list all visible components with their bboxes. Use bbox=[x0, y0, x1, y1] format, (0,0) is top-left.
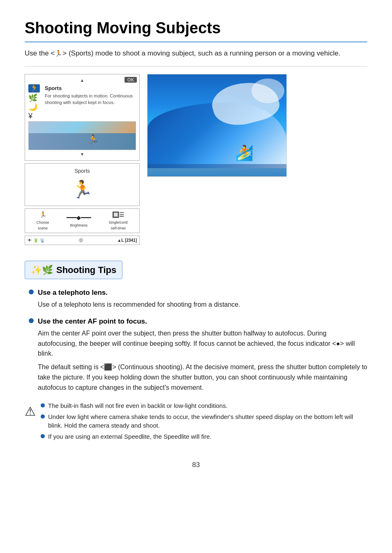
surfer-figure: 🏄 bbox=[235, 142, 254, 164]
menu-selected-label: Sports bbox=[45, 84, 136, 93]
bullet-circle-1 bbox=[29, 289, 34, 294]
drive-mode-icon: 🔲☰ bbox=[112, 211, 125, 219]
bullet-circle-2 bbox=[29, 318, 34, 323]
wifi-icon: 📡 bbox=[40, 237, 45, 243]
status-bar-right: ▲L [2341] bbox=[117, 237, 137, 243]
settings-drive-mode: 🔲☰ Single/cont/self-timer bbox=[108, 211, 128, 231]
tip-bullet-telephoto: Use a telephoto lens. bbox=[29, 287, 367, 298]
tip-bullet-af: Use the center AF point to focus. bbox=[29, 316, 367, 327]
menu-text: Sports For shooting subjects in motion. … bbox=[45, 84, 136, 106]
tip-heading-telephoto: Use a telephoto lens. bbox=[38, 287, 108, 298]
battery-icon: 🔋 bbox=[33, 237, 38, 243]
tip-item-af: Use the center AF point to focus. Aim th… bbox=[25, 316, 367, 393]
menu-icon-column: 🏃 🌿 🌙 ¥ bbox=[28, 84, 40, 120]
arrow-down-icon: ▼ bbox=[80, 152, 85, 157]
menu-selected-desc: For shooting subjects in motion. Continu… bbox=[45, 93, 136, 106]
tips-section-title: Shooting Tips bbox=[56, 263, 116, 277]
info-zero: ⓪ bbox=[79, 237, 83, 243]
intro-text: Use the <🏃> (Sports) mode to shoot a mov… bbox=[25, 48, 367, 67]
settings-choose-scene: 🏃 Choosescene bbox=[36, 211, 49, 231]
choose-scene-icon: 🏃 bbox=[39, 211, 46, 219]
menu-panel: ▲ 🏃 🌿 🌙 ¥ Sports For shooting subjects i… bbox=[25, 74, 140, 161]
choose-scene-label: Choosescene bbox=[36, 220, 49, 231]
sports-mode-panel: Sports 🏃 bbox=[25, 163, 140, 206]
note-warning-icon: ⚠ bbox=[25, 402, 36, 421]
camera-ui-row: ▲ 🏃 🌿 🌙 ¥ Sports For shooting subjects i… bbox=[25, 74, 367, 245]
settings-bar: 🏃 Choosescene ━━━◆━━━ Brightness 🔲☰ Sing… bbox=[25, 208, 140, 233]
note-text-3: If you are using an external Speedlite, … bbox=[48, 432, 212, 441]
brightness-label: Brightness bbox=[70, 223, 88, 229]
tip-heading-af: Use the center AF point to focus. bbox=[38, 316, 147, 327]
tip-body-af-2: The default setting is <⬛> (Continuous s… bbox=[38, 362, 367, 393]
camera-ui-left: ▲ 🏃 🌿 🌙 ¥ Sports For shooting subjects i… bbox=[25, 74, 140, 245]
brightness-icon: ━━━◆━━━ bbox=[67, 213, 91, 222]
note-bullet-2 bbox=[41, 414, 45, 419]
arrow-up-icon: ▲ bbox=[80, 78, 85, 83]
sports-mode-icon: 🏃 bbox=[55, 50, 62, 57]
sports-large-icon: 🏃 bbox=[28, 176, 136, 202]
note-item-2: Under low light where camera shake tends… bbox=[41, 412, 367, 430]
settings-brightness: ━━━◆━━━ Brightness bbox=[67, 213, 91, 229]
note-item-1: The built-in flash will not fire even in… bbox=[41, 401, 367, 410]
note-text-2: Under low light where camera shake tends… bbox=[48, 412, 367, 430]
tips-section-icon: ✨🌿 bbox=[31, 263, 53, 277]
note-text-1: The built-in flash will not fire even in… bbox=[48, 401, 228, 410]
page-number: 83 bbox=[25, 460, 367, 470]
surf-photo: 🏄 bbox=[147, 74, 287, 177]
note-list: The built-in flash will not fire even in… bbox=[41, 401, 367, 443]
sports-panel-title: Sports bbox=[28, 167, 136, 175]
quality-label: ▲L bbox=[117, 238, 124, 243]
note-bullet-1 bbox=[41, 403, 45, 407]
menu-panel-header: 🏃 🌿 🌙 ¥ Sports For shooting subjects in … bbox=[28, 84, 136, 120]
note-item-3: If you are using an external Speedlite, … bbox=[41, 432, 367, 441]
ok-button[interactable]: OK bbox=[125, 77, 137, 83]
tip-body-telephoto: Use of a telephoto lens is recommended f… bbox=[38, 300, 367, 310]
tip-body-af-1: Aim the center AF point over the subject… bbox=[38, 329, 367, 359]
status-bar: 👁 🔋 📡 ⓪ ▲L [2341] bbox=[25, 236, 140, 245]
note-bullet-3 bbox=[41, 434, 45, 438]
drive-mode-label: Single/cont/self-timer bbox=[108, 220, 128, 231]
page-title: Shooting Moving Subjects bbox=[25, 16, 367, 42]
note-box: ⚠ The built-in flash will not fire even … bbox=[25, 401, 367, 443]
sports-menu-icon: 🏃 bbox=[28, 84, 40, 93]
shots-remaining: [2341] bbox=[125, 238, 137, 243]
status-bar-left: 👁 🔋 📡 bbox=[28, 237, 45, 243]
autumn-menu-icon: ¥ bbox=[28, 112, 40, 120]
tip-item-telephoto: Use a telephoto lens. Use of a telephoto… bbox=[25, 287, 367, 310]
eye-icon: 👁 bbox=[28, 237, 32, 243]
closeup-menu-icon: 🌿 bbox=[28, 94, 40, 102]
menu-preview-image: 🏃 bbox=[28, 121, 136, 150]
night-menu-icon: 🌙 bbox=[28, 103, 40, 111]
shooting-tips-header: ✨🌿 Shooting Tips bbox=[25, 261, 122, 279]
